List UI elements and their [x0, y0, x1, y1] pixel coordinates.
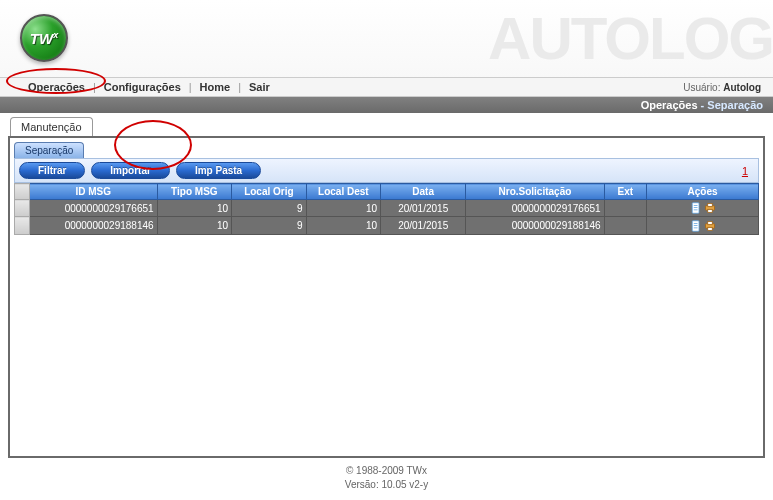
cell-actions — [647, 200, 759, 217]
imp-pasta-button[interactable]: Imp Pasta — [176, 162, 261, 179]
col-tipo-msg[interactable]: Tipo MSG — [157, 184, 232, 200]
col-ext[interactable]: Ext — [604, 184, 647, 200]
svg-rect-9 — [693, 225, 697, 226]
print-icon[interactable] — [704, 202, 716, 214]
col-data[interactable]: Data — [381, 184, 466, 200]
cell-nro: 0000000029188146 — [466, 217, 604, 234]
logo-text: TW — [30, 30, 53, 47]
menu-configuracoes[interactable]: Configurações — [100, 81, 185, 93]
grid-corner — [15, 184, 30, 200]
cell-ext — [604, 217, 647, 234]
table-row[interactable]: 00000000291766511091020/01/2015000000002… — [15, 200, 759, 217]
svg-rect-1 — [693, 205, 697, 206]
cell-tipo: 10 — [157, 200, 232, 217]
breadcrumb: Operações - Separação — [0, 97, 773, 113]
cell-dest: 10 — [306, 200, 381, 217]
svg-rect-2 — [693, 208, 697, 209]
svg-rect-12 — [707, 221, 712, 224]
cell-nro: 0000000029176651 — [466, 200, 604, 217]
menu-bar: Operações | Configurações | Home | Sair … — [0, 78, 773, 97]
svg-rect-6 — [707, 210, 712, 213]
row-handle[interactable] — [15, 217, 30, 234]
footer-version: Versão: 10.05 v2-y — [0, 478, 773, 492]
toolbar: Filtrar Importar Imp Pasta 1 — [14, 158, 759, 183]
horizontal-scrollbar[interactable] — [16, 434, 757, 450]
subtab-separacao[interactable]: Separação — [14, 142, 84, 158]
logo-sup: x — [53, 30, 58, 40]
view-icon[interactable] — [690, 202, 702, 214]
bg-brand-text: AUTOLOG — [488, 0, 773, 78]
svg-rect-8 — [693, 223, 697, 224]
cell-data: 20/01/2015 — [381, 217, 466, 234]
tab-manutencao[interactable]: Manutenção — [10, 117, 93, 136]
footer-copyright: © 1988-2009 TWx — [0, 464, 773, 478]
cell-tipo: 10 — [157, 217, 232, 234]
cell-ext — [604, 200, 647, 217]
logo: TWx — [20, 14, 68, 62]
col-local-orig[interactable]: Local Orig — [232, 184, 307, 200]
cell-data: 20/01/2015 — [381, 200, 466, 217]
page-number-link[interactable]: 1 — [742, 165, 754, 177]
svg-rect-13 — [707, 227, 712, 230]
footer: © 1988-2009 TWx Versão: 10.05 v2-y — [0, 458, 773, 492]
cell-dest: 10 — [306, 217, 381, 234]
cell-id-msg: 0000000029176651 — [29, 200, 157, 217]
data-grid: ID MSG Tipo MSG Local Orig Local Dest Da… — [14, 183, 759, 235]
print-icon[interactable] — [704, 220, 716, 232]
cell-id-msg: 0000000029188146 — [29, 217, 157, 234]
view-icon[interactable] — [690, 220, 702, 232]
col-acoes[interactable]: Ações — [647, 184, 759, 200]
col-nro-solicitacao[interactable]: Nro.Solicitação — [466, 184, 604, 200]
cell-orig: 9 — [232, 217, 307, 234]
row-handle[interactable] — [15, 200, 30, 217]
cell-orig: 9 — [232, 200, 307, 217]
menu-sair[interactable]: Sair — [245, 81, 274, 93]
menu-operacoes[interactable]: Operações — [24, 81, 89, 93]
svg-rect-3 — [693, 210, 697, 211]
importar-button[interactable]: Importar — [91, 162, 170, 179]
cell-actions — [647, 217, 759, 234]
table-row[interactable]: 00000000291881461091020/01/2015000000002… — [15, 217, 759, 234]
svg-rect-5 — [707, 204, 712, 207]
col-id-msg[interactable]: ID MSG — [29, 184, 157, 200]
grid-header-row: ID MSG Tipo MSG Local Orig Local Dest Da… — [15, 184, 759, 200]
menu-home[interactable]: Home — [196, 81, 235, 93]
filtrar-button[interactable]: Filtrar — [19, 162, 85, 179]
col-local-dest[interactable]: Local Dest — [306, 184, 381, 200]
panel-main: Separação Filtrar Importar Imp Pasta 1 I… — [8, 136, 765, 458]
user-info: Usuário: Autolog — [683, 82, 761, 93]
svg-rect-10 — [693, 227, 697, 228]
